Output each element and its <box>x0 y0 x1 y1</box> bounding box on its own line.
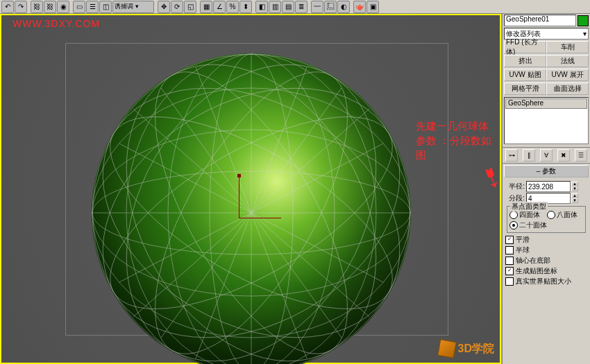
params-rollout-header[interactable]: – 参数 <box>504 165 589 177</box>
check-basepivot[interactable] <box>505 257 514 265</box>
ffd-button[interactable]: FFD (长方体) <box>504 41 546 53</box>
scale-icon[interactable]: ◱ <box>184 1 196 13</box>
extrude-button[interactable]: 挤出 <box>504 55 546 67</box>
bind-icon[interactable]: ◉ <box>57 1 69 13</box>
check-smooth-label: 平滑 <box>516 235 530 245</box>
gizmo-origin-icon <box>239 176 281 218</box>
watermark-top-left: WWW.3DXY.COM <box>12 18 100 29</box>
filter-dropdown[interactable]: 诱捕调 ▾ <box>112 1 154 13</box>
radio-icosa[interactable] <box>509 221 518 229</box>
material-icon[interactable]: ◐ <box>337 1 350 13</box>
move-icon[interactable]: ✥ <box>158 1 170 13</box>
unlink-icon[interactable]: ⛓ <box>44 1 56 13</box>
basetype-group-title: 基点面类型 <box>510 202 548 211</box>
align-icon[interactable]: ▤ <box>282 1 294 13</box>
radio-tetra[interactable] <box>509 211 518 219</box>
show-end-icon[interactable]: ‖ <box>523 149 535 162</box>
undo-icon[interactable]: ↶ <box>1 1 14 13</box>
radius-spin-arrows[interactable]: ▲▼ <box>571 182 578 191</box>
make-unique-icon[interactable]: ∀ <box>540 149 553 162</box>
uvwunwrap-button[interactable]: UVW 展开 <box>546 69 589 81</box>
link-icon[interactable]: ⛓ <box>31 1 43 13</box>
radius-label: 半径: <box>505 182 525 191</box>
remove-mod-icon[interactable]: ✖ <box>557 149 570 162</box>
chevron-down-icon: ▾ <box>583 30 587 37</box>
schematic-icon[interactable]: ⿺ <box>324 1 337 13</box>
cube-icon <box>437 339 457 358</box>
curve-editor-icon[interactable]: 〰 <box>311 1 323 13</box>
radio-tetra-label: 四面体 <box>519 210 540 220</box>
select-name-icon[interactable]: ☰ <box>86 1 99 13</box>
check-hemi[interactable] <box>505 246 514 254</box>
object-name-field[interactable]: GeoSphere01 <box>504 15 576 26</box>
layers-icon[interactable]: ≣ <box>295 1 307 13</box>
modifier-stack[interactable]: GeoSphere <box>504 97 589 144</box>
object-color-swatch[interactable] <box>578 15 589 26</box>
rotate-icon[interactable]: ⟳ <box>171 1 183 13</box>
meshsmooth-button[interactable]: 网格平滑 <box>504 83 546 95</box>
tutorial-annotation: 先建一几何球体 参数 ：分段数如 图 <box>416 119 491 163</box>
lathe-button[interactable]: 车削 <box>546 41 589 53</box>
check-smooth[interactable]: ✓ <box>505 236 514 244</box>
spinner-snap-icon[interactable]: ⬍ <box>239 1 252 13</box>
angle-snap-icon[interactable]: ∠ <box>213 1 226 13</box>
check-gencoords[interactable]: ✓ <box>505 267 514 275</box>
mirror-icon[interactable]: ▥ <box>269 1 281 13</box>
radio-icosa-label: 二十面体 <box>519 220 547 230</box>
uvwmap-button[interactable]: UVW 贴图 <box>504 69 546 81</box>
check-realworld-label: 真实世界贴图大小 <box>516 277 571 286</box>
command-panel: GeoSphere01 修改器列表▾ FFD (长方体) 车削 挤出 法线 UV… <box>502 14 590 364</box>
radio-octa-label: 八面体 <box>557 210 578 220</box>
stack-tool-row: ⊶ ‖ ∀ ✖ ☰ <box>503 147 590 164</box>
configure-icon[interactable]: ☰ <box>575 149 587 162</box>
editmesh-button[interactable]: 曲面选择 <box>546 83 589 95</box>
select-icon[interactable]: ▭ <box>73 1 85 13</box>
named-set-icon[interactable]: ◧ <box>255 1 268 13</box>
radius-spinner[interactable] <box>526 181 571 192</box>
redo-icon[interactable]: ↷ <box>15 1 27 13</box>
active-viewport[interactable]: WWW.3DXY.COM <box>0 14 501 364</box>
stack-item-geosphere[interactable]: GeoSphere <box>505 98 587 109</box>
check-realworld[interactable] <box>505 277 514 286</box>
segments-spin-arrows[interactable]: ▲▼ <box>571 193 578 203</box>
check-basepivot-label: 轴心在底部 <box>516 256 550 266</box>
logo-bottom-right: 3D学院 <box>439 340 494 357</box>
quick-render-icon[interactable]: ▣ <box>366 1 379 13</box>
radio-octa[interactable] <box>547 211 555 219</box>
select-region-icon[interactable]: ◫ <box>99 1 112 13</box>
check-hemi-label: 半球 <box>516 245 530 255</box>
main-toolbar: ↶ ↷ ⛓ ⛓ ◉ ▭ ☰ ◫ 诱捕调 ▾ ✥ ⟳ ◱ ▦ ∠ % ⬍ ◧ ▥ … <box>0 0 590 14</box>
check-gencoords-label: 生成贴图坐标 <box>516 266 557 276</box>
snap-icon[interactable]: ▦ <box>200 1 212 13</box>
render-scene-icon[interactable]: 🫖 <box>353 1 366 13</box>
percent-snap-icon[interactable]: % <box>226 1 239 13</box>
normal-button[interactable]: 法线 <box>546 55 589 67</box>
pin-stack-icon[interactable]: ⊶ <box>505 149 518 162</box>
